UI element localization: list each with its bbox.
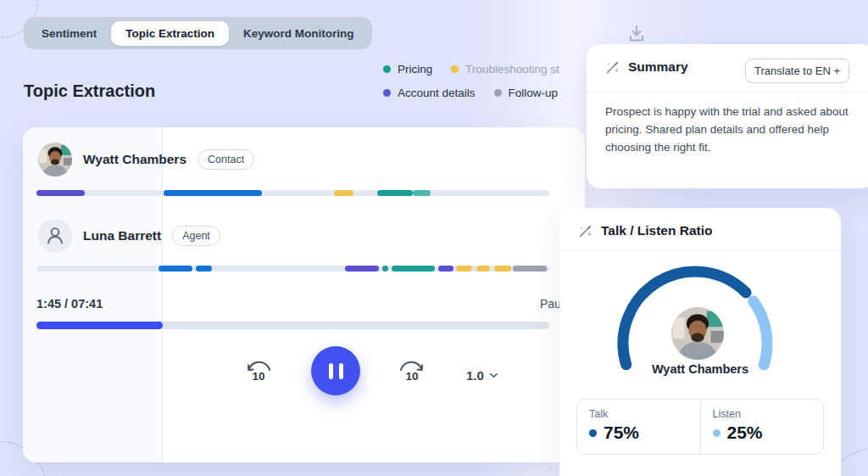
listen-dot: [713, 429, 721, 437]
tab-topic-extraction[interactable]: Topic Extraction: [111, 21, 229, 46]
tab-bar: SentimentTopic ExtractionKeyword Monitor…: [24, 17, 372, 49]
playback-time: 1:45 / 07:41: [36, 297, 103, 311]
progress-fill: [36, 322, 163, 329]
translate-button[interactable]: Translate to EN +: [745, 59, 849, 83]
talk-stat: Talk 75%: [577, 400, 700, 454]
talk-listen-title: Talk / Listen Ratio: [601, 223, 713, 238]
legend-dot: [451, 65, 459, 73]
speaker-role-badge: Agent: [172, 226, 220, 246]
legend-row-1: PricingTroubleshooting st: [383, 59, 585, 79]
topic-segment: [164, 190, 262, 196]
legend: PricingTroubleshooting st Account detail…: [383, 59, 585, 108]
legend-dot: [383, 89, 391, 97]
summary-card: Summary Translate to EN + Prospect is ha…: [587, 44, 868, 188]
timeline-track[interactable]: [36, 190, 549, 196]
legend-item: Follow-up: [494, 87, 559, 99]
topic-segment: [382, 266, 388, 272]
speaker-row-agent: Luna Barrett Agent: [38, 219, 220, 253]
skip-forward-10-button[interactable]: 10: [393, 358, 431, 383]
avatar-placeholder: [38, 219, 72, 253]
topic-segment: [438, 266, 453, 272]
topic-segment: [476, 266, 490, 272]
topic-segment: [334, 190, 353, 196]
timeline-track[interactable]: [36, 266, 549, 272]
skip-back-label: 10: [240, 370, 277, 383]
page-title: Topic Extraction: [24, 81, 155, 101]
summary-title: Summary: [628, 59, 688, 75]
legend-item: Troubleshooting st: [451, 63, 559, 76]
speaker-role-badge: Contact: [198, 149, 254, 170]
topic-segment: [494, 266, 511, 272]
playback-speed-selector[interactable]: 1.0: [466, 368, 498, 383]
chevron-down-icon: [489, 372, 498, 378]
speed-value: 1.0: [466, 368, 484, 383]
speaker-column: [23, 127, 163, 462]
talk-value: 75%: [604, 423, 639, 443]
topic-segment: [456, 266, 472, 272]
speaker-name: Luna Barrett: [83, 228, 161, 244]
magic-wand-icon: [578, 224, 593, 238]
legend-dot: [383, 65, 391, 73]
listen-value: 25%: [727, 423, 763, 443]
legend-row-2: Account detailsFollow-up: [383, 82, 585, 103]
gauge-person-name: Wyatt Chambers: [559, 362, 841, 376]
listen-stat: Listen 25%: [700, 400, 824, 454]
listen-label: Listen: [713, 408, 812, 420]
tab-keyword-monitoring[interactable]: Keyword Monitoring: [229, 21, 369, 46]
speaker-name: Wyatt Chambers: [83, 152, 186, 167]
legend-item: Account details: [383, 87, 476, 99]
legend-dot: [494, 89, 502, 97]
gauge-listen-arc: [754, 301, 767, 365]
avatar: [671, 307, 724, 360]
topic-segment: [345, 266, 379, 272]
magic-wand-icon: [605, 60, 620, 75]
tab-sentiment[interactable]: Sentiment: [27, 21, 111, 46]
legend-item: Pricing: [383, 63, 432, 76]
summary-text: Prospect is happy with the trial and ask…: [605, 104, 861, 157]
topic-segment: [196, 266, 212, 272]
divider: [559, 250, 841, 251]
speaker-row-contact: Wyatt Chambers Contact: [38, 143, 254, 176]
app-screen: SentimentTopic ExtractionKeyword Monitor…: [0, 0, 868, 476]
topic-segment: [392, 266, 435, 272]
pause-button[interactable]: [311, 346, 360, 395]
talk-listen-card: Talk / Listen Ratio Wyatt Chambers: [559, 208, 841, 476]
pause-icon: [329, 363, 333, 379]
call-timeline-card: Wyatt Chambers Contact Luna Barrett Agen…: [23, 127, 585, 462]
progress-bar[interactable]: [36, 322, 549, 329]
avatar: [38, 143, 72, 176]
topic-segment: [513, 266, 547, 272]
topic-segment: [36, 190, 85, 196]
topic-segment: [377, 190, 413, 196]
skip-back-10-button[interactable]: 10: [240, 358, 277, 383]
talk-listen-stats: Talk 75% Listen 25%: [576, 399, 824, 455]
topic-segment: [413, 190, 431, 196]
talk-dot: [589, 429, 597, 437]
talk-label: Talk: [589, 408, 688, 420]
divider: [587, 92, 868, 92]
topic-segment: [159, 266, 192, 272]
